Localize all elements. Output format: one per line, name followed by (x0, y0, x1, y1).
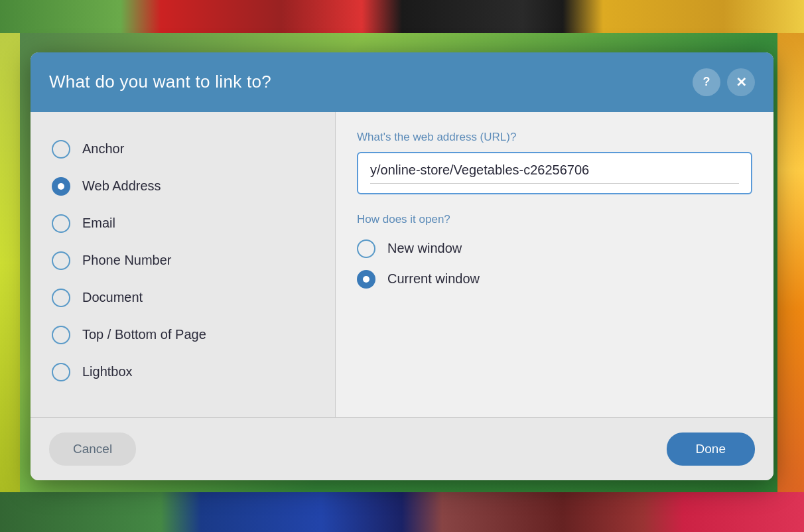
open-new-window-label: New window (387, 241, 462, 256)
radio-web-address (52, 177, 70, 196)
done-button[interactable]: Done (667, 432, 755, 466)
open-options: New window Current window (357, 239, 752, 289)
link-type-email-label: Email (82, 216, 115, 231)
open-new-window[interactable]: New window (357, 239, 752, 258)
url-input[interactable] (370, 163, 739, 178)
close-button[interactable]: ✕ (727, 68, 755, 96)
radio-new-window (357, 239, 375, 258)
radio-current-window (357, 270, 375, 289)
modal-body: Anchor Web Address Email Phone Number Do (31, 112, 773, 417)
link-type-top-bottom[interactable]: Top / Bottom of Page (52, 316, 314, 354)
help-button[interactable]: ? (693, 68, 720, 96)
modal-overlay: What do you want to link to? ? ✕ Anchor … (0, 0, 804, 532)
cancel-button[interactable]: Cancel (49, 432, 136, 466)
url-input-container (357, 152, 752, 194)
modal-title: What do you want to link to? (49, 72, 271, 92)
open-label: How does it open? (357, 213, 752, 226)
link-type-lightbox-label: Lightbox (82, 364, 133, 379)
link-type-document-label: Document (82, 290, 143, 305)
link-type-web-address[interactable]: Web Address (52, 168, 314, 205)
link-type-web-address-label: Web Address (82, 178, 161, 194)
link-type-phone[interactable]: Phone Number (52, 242, 314, 279)
radio-phone (52, 251, 70, 270)
link-dialog: What do you want to link to? ? ✕ Anchor … (31, 52, 773, 480)
open-current-window[interactable]: Current window (357, 270, 752, 289)
link-type-top-bottom-label: Top / Bottom of Page (82, 327, 206, 342)
link-type-anchor-label: Anchor (82, 141, 124, 157)
link-type-lightbox[interactable]: Lightbox (52, 354, 314, 391)
modal-footer: Cancel Done (31, 417, 773, 480)
link-type-document[interactable]: Document (52, 279, 314, 316)
url-divider (370, 183, 739, 184)
link-type-email[interactable]: Email (52, 205, 314, 242)
url-field-label: What's the web address (URL)? (357, 131, 752, 144)
radio-document (52, 289, 70, 307)
modal-header: What do you want to link to? ? ✕ (31, 52, 773, 112)
link-type-panel: Anchor Web Address Email Phone Number Do (31, 112, 336, 417)
header-actions: ? ✕ (693, 68, 755, 96)
link-type-anchor[interactable]: Anchor (52, 131, 314, 168)
open-current-window-label: Current window (387, 271, 480, 287)
radio-top-bottom (52, 326, 70, 344)
radio-lightbox (52, 363, 70, 381)
radio-email (52, 214, 70, 233)
right-panel: What's the web address (URL)? How does i… (336, 112, 773, 417)
radio-anchor (52, 140, 70, 159)
link-type-phone-label: Phone Number (82, 253, 172, 268)
